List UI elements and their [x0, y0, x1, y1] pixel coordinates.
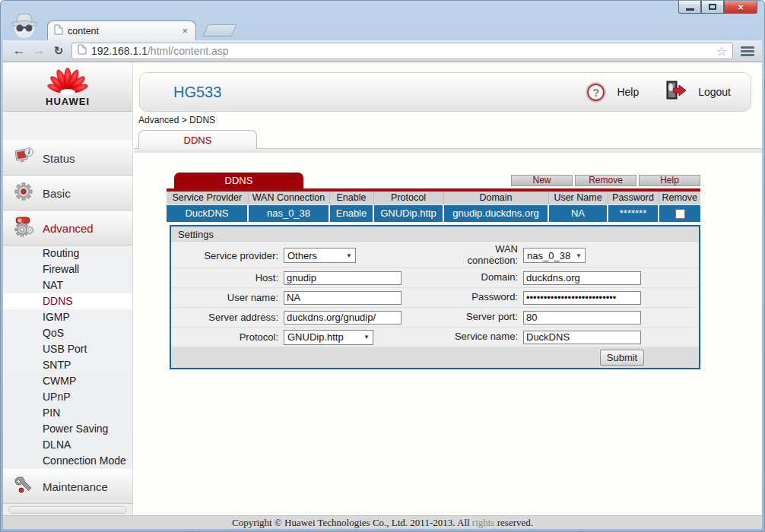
sidebar-item-connection-mode[interactable]: Connection Mode	[3, 453, 132, 469]
user-name-label: User name:	[171, 292, 278, 303]
new-tab-button[interactable]	[202, 24, 236, 36]
domain-label: Domain:	[407, 272, 518, 283]
menu-button[interactable]	[739, 45, 756, 58]
sidebar-item-usb-port[interactable]: USB Port	[3, 341, 132, 357]
column-header: Remove	[659, 192, 700, 204]
service-provider-select[interactable]: Others ▼	[284, 248, 356, 263]
sidebar-horizontal-scrollbar[interactable]	[8, 506, 127, 514]
column-header: Service Provider	[167, 192, 248, 204]
sidebar-item-upnp[interactable]: UPnP	[3, 389, 132, 405]
service-name-input[interactable]	[523, 331, 641, 344]
bookmark-star-icon[interactable]: ☆	[716, 44, 727, 59]
cell-domain: gnudip.duckdns.org	[443, 204, 548, 222]
submit-button[interactable]: Submit	[600, 350, 644, 366]
tab-ddns[interactable]: DDNS	[138, 130, 257, 149]
cell-password: *******	[608, 204, 659, 222]
device-header: HG533 ? Help Logout	[139, 72, 751, 112]
sidebar-section-status[interactable]: i Status	[3, 141, 132, 176]
maximize-button[interactable]	[701, 1, 724, 14]
server-address-label: Server address:	[171, 312, 278, 323]
service-provider-value: Others	[287, 250, 317, 261]
sidebar-item-ddns[interactable]: DDNS	[3, 293, 132, 309]
browser-tab[interactable]: content ×	[47, 21, 196, 40]
incognito-icon	[8, 10, 41, 43]
maximize-icon	[709, 4, 716, 10]
user-name-input[interactable]	[284, 291, 402, 305]
advanced-submenu: Routing Firewall NAT DDNS IGMP QoS USB P…	[3, 245, 132, 469]
close-button[interactable]: ×	[724, 1, 757, 14]
browser-window: × content × ← → ↻	[0, 0, 765, 532]
help-button[interactable]: Help	[639, 175, 700, 186]
server-port-input[interactable]	[523, 311, 641, 325]
sidebar-item-nat[interactable]: NAT	[3, 277, 132, 293]
sidebar-item-qos[interactable]: QoS	[3, 325, 132, 341]
new-button[interactable]: New	[511, 175, 573, 186]
reload-button[interactable]: ↻	[49, 44, 68, 58]
status-icon: i	[14, 146, 35, 170]
device-model: HG533	[173, 84, 221, 101]
sidebar-section-basic[interactable]: Basic	[3, 176, 132, 211]
remove-checkbox[interactable]	[675, 209, 685, 219]
service-provider-label: Service provider:	[171, 250, 278, 261]
sidebar-section-label: Advanced	[43, 222, 94, 235]
sidebar-item-dlna[interactable]: DLNA	[3, 437, 132, 453]
minimize-button[interactable]	[678, 1, 701, 14]
back-button[interactable]: ←	[9, 43, 29, 59]
sidebar-item-cwmp[interactable]: CWMP	[3, 373, 132, 389]
protocol-value: GNUDip.http	[287, 331, 344, 343]
protocol-label: Protocol:	[171, 331, 278, 343]
advanced-gears-icon	[14, 216, 35, 240]
wrench-icon	[14, 475, 35, 498]
page-favicon	[54, 24, 63, 38]
forward-button[interactable]: →	[29, 43, 49, 59]
wan-connection-label: WAN connection:	[407, 244, 518, 267]
menu-icon	[741, 46, 754, 49]
server-port-label: Server port:	[407, 312, 518, 323]
wan-connection-value: nas_0_38	[527, 250, 570, 261]
logout-icon[interactable]	[662, 80, 687, 104]
host-input[interactable]	[284, 271, 402, 285]
page-content: HUAWEI i Status	[3, 62, 762, 529]
url-host: 192.168.1.1	[91, 45, 148, 57]
sidebar-section-maintenance[interactable]: Maintenance	[3, 469, 132, 504]
sidebar-item-sntp[interactable]: SNTP	[3, 357, 132, 373]
table-row[interactable]: DuckDNS nas_0_38 Enable GNUDip.http gnud…	[167, 204, 700, 222]
wan-connection-select[interactable]: nas_0_38 ▼	[523, 248, 586, 263]
sidebar-item-pin[interactable]: PIN	[3, 405, 132, 421]
cell-wan-connection: nas_0_38	[248, 204, 329, 222]
minimize-icon	[686, 8, 694, 11]
tab-strip: content ×	[3, 21, 762, 40]
sidebar-item-routing[interactable]: Routing	[3, 245, 132, 261]
column-header: Domain	[443, 192, 548, 204]
column-header: Password	[608, 192, 659, 204]
tab-close-icon[interactable]: ×	[180, 26, 189, 36]
settings-panel: Settings Service provider: Others ▼ WAN …	[170, 225, 700, 369]
gear-icon	[14, 181, 35, 205]
host-label: Host:	[171, 272, 278, 283]
help-link[interactable]: Help	[617, 86, 639, 98]
close-icon: ×	[738, 2, 744, 13]
copyright-footer: Copyright © Huawei Technologies Co., Ltd…	[3, 515, 762, 529]
address-bar[interactable]: 192.168.1.1/html/content.asp ☆	[71, 43, 733, 59]
sidebar-item-igmp[interactable]: IGMP	[3, 309, 132, 325]
cell-service-provider: DuckDNS	[167, 204, 248, 222]
sidebar-section-advanced[interactable]: Advanced	[3, 211, 132, 245]
table-header-row: Service Provider WAN Connection Enable P…	[167, 192, 700, 204]
column-header: Protocol	[373, 192, 443, 204]
remove-button[interactable]: Remove	[575, 175, 636, 186]
server-address-input[interactable]	[284, 311, 402, 325]
cell-enable: Enable	[329, 204, 373, 222]
sidebar-item-power-saving[interactable]: Power Saving	[3, 421, 132, 437]
sidebar-item-firewall[interactable]: Firewall	[3, 261, 132, 277]
protocol-select[interactable]: GNUDip.http ▼	[284, 330, 373, 345]
sidebar-section-label: Maintenance	[43, 480, 108, 493]
password-input[interactable]	[523, 291, 641, 305]
table-title: DDNS	[174, 173, 303, 188]
column-header: Enable	[329, 192, 373, 204]
cell-user-name: NA	[548, 204, 608, 222]
domain-input[interactable]	[523, 271, 641, 285]
chevron-down-icon: ▼	[363, 334, 370, 340]
help-icon[interactable]: ?	[586, 82, 606, 103]
logout-link[interactable]: Logout	[698, 86, 731, 98]
browser-toolbar: ← → ↻ 192.168.1.1/html/content.asp ☆	[3, 40, 762, 62]
